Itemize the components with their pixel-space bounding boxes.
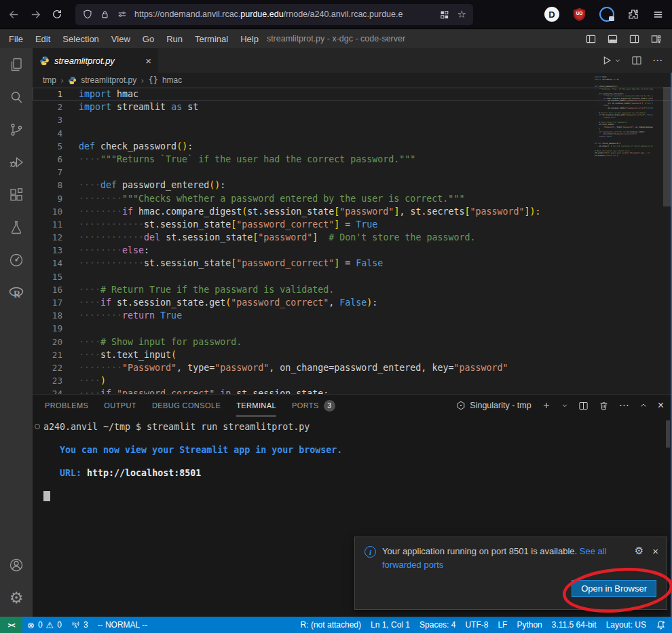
status-layout-us[interactable]: Layout: US xyxy=(601,620,651,630)
code-line[interactable]: 9········"""Checks whether a password en… xyxy=(33,192,672,205)
more-actions-icon[interactable]: ⋯ xyxy=(652,56,662,66)
menu-selection[interactable]: Selection xyxy=(56,34,105,44)
menu-hamburger-icon[interactable] xyxy=(652,9,664,20)
code-line[interactable]: 15 xyxy=(33,270,672,283)
open-in-browser-button[interactable]: Open in Browser xyxy=(572,580,656,597)
terminal-line[interactable] xyxy=(34,479,672,490)
panel-tab-debug-console[interactable]: DEBUG CONSOLE xyxy=(152,395,221,416)
notifications-bell-icon[interactable] xyxy=(651,620,672,630)
code-line[interactable]: 7 xyxy=(33,166,672,179)
status-lf[interactable]: LF xyxy=(493,620,512,630)
forwarded-ports-status[interactable]: 3 xyxy=(67,620,93,630)
resource-monitor-icon[interactable] xyxy=(0,244,33,276)
reload-icon[interactable] xyxy=(52,9,62,20)
toggle-panel-icon[interactable] xyxy=(608,34,618,44)
extensions-puzzle-icon[interactable] xyxy=(627,8,639,20)
panel-tab-terminal[interactable]: TERMINAL xyxy=(236,395,276,416)
menu-run[interactable]: Run xyxy=(160,34,189,44)
tab-close-icon[interactable]: × xyxy=(145,55,151,67)
status-utf-8[interactable]: UTF-8 xyxy=(460,620,493,630)
url-bar[interactable]: https://ondemand.anvil.rcac.purdue.edu/r… xyxy=(75,4,473,25)
permissions-icon[interactable] xyxy=(117,9,128,20)
code-line[interactable]: 14············st.session_state["password… xyxy=(33,257,672,270)
code-line[interactable]: 6····"""Returns `True` if the user had t… xyxy=(33,153,672,166)
code-line[interactable]: 12············del st.session_state["pass… xyxy=(33,231,672,244)
ublock-origin-icon[interactable]: UO xyxy=(572,7,586,22)
code-line[interactable]: 4 xyxy=(33,127,672,140)
split-terminal-icon[interactable] xyxy=(578,401,589,411)
extension-d-icon[interactable]: D xyxy=(544,7,559,22)
notification-close-icon[interactable]: × xyxy=(652,546,658,556)
panel-more-icon[interactable]: ⋯ xyxy=(619,401,629,411)
account-icon[interactable] xyxy=(0,549,33,581)
terminal-scrollbar[interactable] xyxy=(666,420,670,448)
new-terminal-icon[interactable] xyxy=(542,401,551,410)
code-line[interactable]: 2import streamlit as st xyxy=(33,101,672,113)
terminal-line[interactable] xyxy=(34,490,672,502)
panel-tab-output[interactable]: OUTPUT xyxy=(104,395,136,416)
code-line[interactable]: 3 xyxy=(33,113,672,126)
maximize-panel-icon[interactable] xyxy=(639,401,648,410)
toggle-sidebar-icon[interactable] xyxy=(586,34,596,44)
code-line[interactable]: 1import hmac xyxy=(33,88,672,101)
problems-status[interactable]: ⊗0 ⚠0 xyxy=(22,620,67,630)
debug-icon[interactable] xyxy=(0,146,33,179)
code-line[interactable]: 20····# Show input for password. xyxy=(33,336,672,348)
tab-streamlitprot[interactable]: streamlitprot.py × xyxy=(33,48,159,73)
code-line[interactable]: 23····) xyxy=(33,374,672,387)
privacy-extension-icon[interactable] xyxy=(599,7,614,22)
code-line[interactable]: 22········"Password", type="password", o… xyxy=(33,361,672,374)
terminal-dropdown-icon[interactable] xyxy=(561,402,568,409)
r-language-icon[interactable]: R xyxy=(0,276,33,309)
bookmark-star-icon[interactable]: ☆ xyxy=(458,8,466,20)
breadcrumb-file[interactable]: streamlitprot.py xyxy=(81,75,136,85)
code-line[interactable]: 18········return True xyxy=(33,309,672,322)
close-panel-icon[interactable]: × xyxy=(658,399,664,412)
minimap[interactable]: import hmacimport streamlit as stdef che… xyxy=(595,76,653,157)
code-line[interactable]: 24····if "password_correct" in st.sessio… xyxy=(33,387,672,394)
remote-indicator[interactable]: >< xyxy=(0,617,22,633)
breadcrumb-folder[interactable]: tmp xyxy=(43,75,56,85)
terminal-selector[interactable]: Singularity - tmp xyxy=(456,401,531,410)
files-icon[interactable] xyxy=(0,48,33,81)
shield-icon[interactable] xyxy=(82,9,93,20)
panel-tab-ports[interactable]: PORTS3 xyxy=(292,395,335,416)
customize-layout-icon[interactable] xyxy=(651,34,661,44)
status-spaces-4[interactable]: Spaces: 4 xyxy=(415,620,460,630)
source-control-icon[interactable] xyxy=(0,113,33,146)
terminal-line[interactable] xyxy=(34,433,672,444)
status-python[interactable]: Python xyxy=(512,620,546,630)
toggle-secondary-sidebar-icon[interactable] xyxy=(629,34,639,44)
code-line[interactable]: 21····st.text_input( xyxy=(33,348,672,361)
menu-view[interactable]: View xyxy=(105,34,136,44)
notification-settings-icon[interactable]: ⚙ xyxy=(635,546,643,556)
menu-help[interactable]: Help xyxy=(234,34,265,44)
breadcrumb-symbol[interactable]: hmac xyxy=(162,75,182,85)
terminal[interactable]: a240.anvil ~/tmp $ streamlit run streaml… xyxy=(33,416,672,502)
code-line[interactable]: 11············st.session_state["password… xyxy=(33,218,672,231)
code-line[interactable]: 8····def password_entered(): xyxy=(33,179,672,192)
code-editor[interactable]: 1import hmac2import streamlit as st345de… xyxy=(33,88,672,394)
menu-edit[interactable]: Edit xyxy=(29,34,56,44)
settings-icon[interactable]: ⚙ xyxy=(0,581,33,614)
search-icon[interactable] xyxy=(0,81,33,113)
vim-mode-status[interactable]: -- NORMAL -- xyxy=(93,620,153,630)
back-icon[interactable] xyxy=(8,9,20,20)
terminal-line[interactable]: URL: http://localhost:8501 xyxy=(34,467,672,479)
terminal-line[interactable]: a240.anvil ~/tmp $ streamlit run streaml… xyxy=(34,421,672,433)
status-r-not-attached[interactable]: R: (not attached) xyxy=(296,620,366,630)
code-line[interactable]: 13········else: xyxy=(33,244,672,257)
terminal-line[interactable] xyxy=(34,456,672,467)
kill-terminal-icon[interactable] xyxy=(599,401,609,411)
menu-go[interactable]: Go xyxy=(136,34,160,44)
containers-icon[interactable] xyxy=(439,10,449,20)
status-3-11-5-64-bit[interactable]: 3.11.5 64-bit xyxy=(547,620,601,630)
menu-file[interactable]: File xyxy=(3,34,29,44)
terminal-line[interactable]: You can now view your Streamlit app in y… xyxy=(34,444,672,456)
code-line[interactable]: 19 xyxy=(33,322,672,335)
status-ln-1-col-1[interactable]: Ln 1, Col 1 xyxy=(366,620,415,630)
lock-icon[interactable] xyxy=(100,10,110,20)
code-line[interactable]: 10········if hmac.compare_digest(st.sess… xyxy=(33,205,672,218)
run-python-file-icon[interactable] xyxy=(601,55,621,66)
url-text[interactable]: https://ondemand.anvil.rcac.purdue.edu/r… xyxy=(134,10,432,19)
